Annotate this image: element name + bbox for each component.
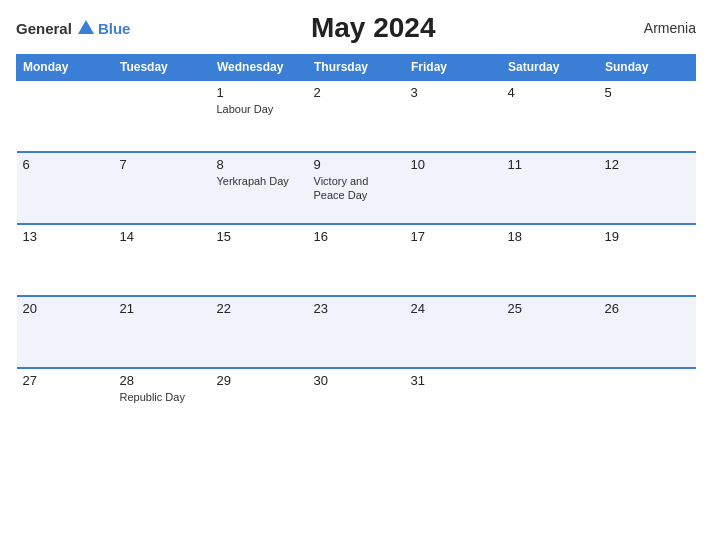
day-number: 19 bbox=[605, 229, 690, 244]
calendar-cell: 12 bbox=[599, 152, 696, 224]
week-row-4: 20212223242526 bbox=[17, 296, 696, 368]
day-number: 3 bbox=[411, 85, 496, 100]
calendar-cell: 20 bbox=[17, 296, 114, 368]
country-label: Armenia bbox=[616, 20, 696, 36]
day-number: 25 bbox=[508, 301, 593, 316]
col-saturday: Saturday bbox=[502, 55, 599, 81]
day-number: 23 bbox=[314, 301, 399, 316]
day-number: 22 bbox=[217, 301, 302, 316]
calendar-cell: 4 bbox=[502, 80, 599, 152]
holiday-label: Republic Day bbox=[120, 390, 205, 404]
day-number: 6 bbox=[23, 157, 108, 172]
week-row-3: 13141516171819 bbox=[17, 224, 696, 296]
calendar-cell: 11 bbox=[502, 152, 599, 224]
day-number: 4 bbox=[508, 85, 593, 100]
col-sunday: Sunday bbox=[599, 55, 696, 81]
calendar-cell: 26 bbox=[599, 296, 696, 368]
calendar-cell: 31 bbox=[405, 368, 502, 440]
week-row-2: 678Yerkrapah Day9Victory and Peace Day10… bbox=[17, 152, 696, 224]
col-thursday: Thursday bbox=[308, 55, 405, 81]
calendar-cell: 1Labour Day bbox=[211, 80, 308, 152]
month-title: May 2024 bbox=[130, 12, 616, 44]
calendar-cell: 6 bbox=[17, 152, 114, 224]
calendar-cell: 17 bbox=[405, 224, 502, 296]
logo-general: General bbox=[16, 20, 72, 37]
day-number: 21 bbox=[120, 301, 205, 316]
calendar-cell: 7 bbox=[114, 152, 211, 224]
calendar-cell bbox=[17, 80, 114, 152]
day-number: 9 bbox=[314, 157, 399, 172]
calendar-cell: 22 bbox=[211, 296, 308, 368]
day-number: 27 bbox=[23, 373, 108, 388]
day-number: 18 bbox=[508, 229, 593, 244]
holiday-label: Labour Day bbox=[217, 102, 302, 116]
calendar-header-row: Monday Tuesday Wednesday Thursday Friday… bbox=[17, 55, 696, 81]
logo: General Blue bbox=[16, 20, 130, 37]
calendar-cell: 18 bbox=[502, 224, 599, 296]
day-number: 20 bbox=[23, 301, 108, 316]
day-number: 13 bbox=[23, 229, 108, 244]
day-number: 24 bbox=[411, 301, 496, 316]
day-number: 14 bbox=[120, 229, 205, 244]
day-number: 29 bbox=[217, 373, 302, 388]
day-number: 11 bbox=[508, 157, 593, 172]
day-number: 31 bbox=[411, 373, 496, 388]
day-number: 12 bbox=[605, 157, 690, 172]
logo-triangle-icon bbox=[78, 20, 94, 34]
day-number: 28 bbox=[120, 373, 205, 388]
day-number: 30 bbox=[314, 373, 399, 388]
day-number: 16 bbox=[314, 229, 399, 244]
day-number: 15 bbox=[217, 229, 302, 244]
calendar-cell: 16 bbox=[308, 224, 405, 296]
calendar-cell: 29 bbox=[211, 368, 308, 440]
calendar-cell: 28Republic Day bbox=[114, 368, 211, 440]
day-number: 8 bbox=[217, 157, 302, 172]
col-monday: Monday bbox=[17, 55, 114, 81]
calendar-cell: 13 bbox=[17, 224, 114, 296]
day-number: 5 bbox=[605, 85, 690, 100]
header: General Blue May 2024 Armenia bbox=[16, 12, 696, 44]
logo-blue: Blue bbox=[98, 20, 131, 37]
calendar-cell: 30 bbox=[308, 368, 405, 440]
calendar-cell bbox=[114, 80, 211, 152]
calendar-cell: 2 bbox=[308, 80, 405, 152]
calendar-cell: 23 bbox=[308, 296, 405, 368]
day-number: 2 bbox=[314, 85, 399, 100]
day-number: 26 bbox=[605, 301, 690, 316]
calendar-cell: 10 bbox=[405, 152, 502, 224]
calendar-cell: 15 bbox=[211, 224, 308, 296]
calendar-cell: 24 bbox=[405, 296, 502, 368]
calendar-cell bbox=[599, 368, 696, 440]
calendar-cell: 19 bbox=[599, 224, 696, 296]
calendar-cell: 21 bbox=[114, 296, 211, 368]
calendar-cell: 27 bbox=[17, 368, 114, 440]
page: General Blue May 2024 Armenia Monday Tue… bbox=[0, 0, 712, 550]
day-number: 17 bbox=[411, 229, 496, 244]
col-tuesday: Tuesday bbox=[114, 55, 211, 81]
holiday-label: Yerkrapah Day bbox=[217, 174, 302, 188]
calendar-cell: 9Victory and Peace Day bbox=[308, 152, 405, 224]
calendar-cell: 3 bbox=[405, 80, 502, 152]
calendar-cell: 8Yerkrapah Day bbox=[211, 152, 308, 224]
calendar-cell: 14 bbox=[114, 224, 211, 296]
calendar: Monday Tuesday Wednesday Thursday Friday… bbox=[16, 54, 696, 440]
week-row-5: 2728Republic Day293031 bbox=[17, 368, 696, 440]
col-friday: Friday bbox=[405, 55, 502, 81]
calendar-cell bbox=[502, 368, 599, 440]
week-row-1: 1Labour Day2345 bbox=[17, 80, 696, 152]
col-wednesday: Wednesday bbox=[211, 55, 308, 81]
holiday-label: Victory and Peace Day bbox=[314, 174, 399, 203]
day-number: 10 bbox=[411, 157, 496, 172]
day-number: 1 bbox=[217, 85, 302, 100]
calendar-cell: 5 bbox=[599, 80, 696, 152]
calendar-cell: 25 bbox=[502, 296, 599, 368]
day-number: 7 bbox=[120, 157, 205, 172]
